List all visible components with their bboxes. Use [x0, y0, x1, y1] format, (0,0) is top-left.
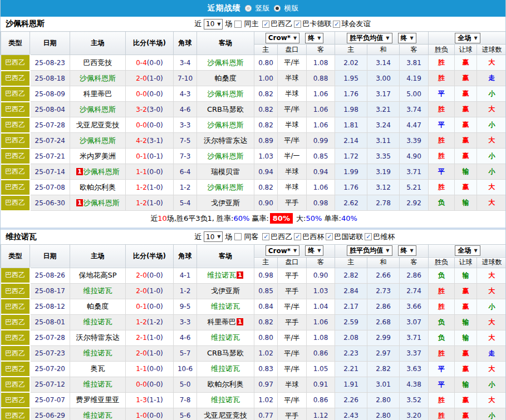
handicap-result: 赢 — [455, 86, 477, 102]
avg-home-odds: 1.99 — [335, 164, 367, 180]
handicap-away-odds: 1.06 — [307, 86, 335, 102]
handicap-result: 输 — [455, 377, 477, 392]
league-badge: 巴西乙 — [1, 361, 30, 377]
goals-result: 小 — [477, 164, 506, 180]
league-badge: 巴西乙 — [1, 299, 30, 314]
summary-part: 60% — [233, 214, 249, 223]
same-venue-checkbox[interactable] — [234, 233, 242, 240]
radio-vertical-label[interactable]: 竖版 — [256, 3, 270, 13]
corner-score: 1-2 — [174, 283, 197, 299]
scope-select[interactable]: 全场▼ — [455, 245, 480, 256]
radio-horizontal-layout[interactable] — [274, 5, 281, 12]
radio-horizontal-label[interactable]: 横版 — [284, 3, 299, 13]
top-bar: 近期战绩 竖版 横版 — [1, 0, 505, 17]
odds-company-select[interactable]: Crow*▼ — [266, 245, 300, 256]
match-date: 25-08-01 — [30, 314, 70, 330]
odds-company-select[interactable]: Crow*▼ — [266, 33, 300, 43]
league-filter[interactable]: ✓巴国诺联 — [326, 232, 363, 242]
handicap-home-odds: 0.80 — [254, 330, 278, 345]
checkbox-checked-icon[interactable]: ✓ — [294, 21, 301, 28]
avg-away-odds: 3.81 — [400, 55, 429, 71]
halftime-score: (1-2) — [147, 318, 163, 326]
checkbox-checked-icon[interactable]: ✓ — [262, 21, 269, 28]
league-badge: 巴西乙 — [1, 345, 30, 361]
goals-result: 小 — [477, 408, 506, 420]
handicap-line: 平手 — [278, 195, 307, 211]
halftime-score: (1-0) — [147, 349, 163, 357]
goals-result: 小 — [477, 149, 506, 164]
same-venue-label[interactable]: 同主 — [244, 19, 258, 29]
league-filter[interactable]: ✓巴西乙 — [262, 232, 292, 242]
checkbox-checked-icon[interactable]: ✓ — [262, 233, 269, 240]
sub-col-avg-home: 主 — [335, 45, 367, 55]
scope-select[interactable]: 全场▼ — [455, 33, 480, 43]
halftime-score: (0-0) — [147, 59, 163, 67]
avg-odds-select[interactable]: 胜平负均值▼ — [347, 33, 392, 43]
league-filter[interactable]: ✓巴西乙 — [262, 19, 292, 29]
match-row: 巴西乙25-08-12帕桑度0-1(0-0)9-5维拉诺瓦0.84平/半1.04… — [1, 299, 506, 314]
avg-final-select[interactable]: 终▼ — [398, 245, 416, 256]
same-venue-checkbox[interactable] — [234, 21, 242, 28]
sub-col-handicap: 盘口 — [278, 45, 307, 55]
home-team-name: 沃尔特雷东达 — [76, 333, 120, 342]
page-title: 近期战绩 — [208, 3, 241, 13]
fulltime-score: 3-2 — [136, 106, 147, 113]
match-date: 25-07-07 — [30, 392, 70, 408]
match-home-team: 巴西竞技 — [70, 55, 126, 71]
avg-away-odds: 3.07 — [400, 314, 429, 330]
league-filter-label: 巴维杯 — [373, 232, 395, 242]
handicap-home-odds: 0.98 — [254, 268, 278, 283]
away-team-name: 维拉诺瓦 — [211, 364, 240, 373]
sub-col-goals-result: 进球数 — [477, 45, 506, 55]
radio-vertical-layout[interactable] — [245, 5, 252, 12]
match-away-team: 戈伊亚斯 — [197, 195, 254, 211]
games-count-select[interactable]: 10 ▼ — [204, 19, 223, 29]
corner-score: 7-10 — [174, 71, 197, 86]
avg-draw-odds: 3.21 — [367, 102, 400, 117]
checkbox-checked-icon[interactable]: ✓ — [294, 233, 301, 240]
goals-result: 大 — [477, 268, 506, 283]
corner-score: 5-0 — [174, 377, 197, 392]
avg-odds-select[interactable]: 胜平负均值▼ — [347, 245, 392, 256]
away-team-name: 戈伊亚斯 — [211, 199, 240, 207]
match-row: 巴西乙25-08-17维拉诺瓦2-0(1-0)1-2戈伊亚斯0.85平手1.03… — [1, 283, 506, 299]
match-away-team: 沙佩科恩斯 — [197, 149, 254, 164]
same-venue-label[interactable]: 同客 — [244, 232, 258, 242]
outcome-result: 胜 — [429, 180, 455, 195]
avg-final-select[interactable]: 终▼ — [398, 33, 416, 43]
league-filter[interactable]: ✓巴西杯 — [294, 232, 324, 242]
halftime-score: (0-0) — [147, 303, 163, 310]
league-filter[interactable]: ✓巴维杯 — [365, 232, 395, 242]
match-away-team: 帕桑度 — [197, 71, 254, 86]
odds-final-select[interactable]: 终▼ — [305, 245, 323, 256]
odds-final-select[interactable]: 终▼ — [305, 33, 323, 43]
league-filter[interactable]: ✓巴卡德联 — [294, 19, 331, 29]
match-date: 25-07-23 — [30, 345, 70, 361]
checkbox-checked-icon[interactable]: ✓ — [326, 233, 333, 240]
summary-part: 大: — [294, 214, 306, 223]
handicap-line: 半/一 — [278, 149, 307, 164]
col-away: 客场 — [197, 32, 254, 55]
chevron-down-icon: ▼ — [474, 36, 477, 41]
match-home-team: 维拉诺瓦 — [70, 345, 126, 361]
sub-col-goals-result: 进球数 — [477, 257, 506, 268]
match-date: 25-07-24 — [30, 133, 70, 149]
checkbox-checked-icon[interactable]: ✓ — [333, 21, 340, 28]
handicap-away-odds: 1.12 — [307, 408, 335, 420]
league-badge: 巴西乙 — [1, 86, 30, 102]
avg-away-odds: 3.52 — [400, 392, 429, 408]
checkbox-checked-icon[interactable]: ✓ — [365, 233, 372, 240]
match-home-team: 维拉诺瓦 — [70, 283, 126, 299]
corner-score: 7-3 — [174, 149, 197, 164]
avg-away-odds: 5.00 — [400, 86, 429, 102]
fulltime-score: 0-4 — [136, 59, 147, 67]
match-row: 巴西乙25-07-28戈亚尼亚竞技0-0(0-0)3-3沙佩科恩斯0.82半球1… — [1, 117, 506, 133]
home-team-name: 维拉诺瓦 — [83, 318, 112, 326]
match-date: 25-08-17 — [30, 283, 70, 299]
handicap-home-odds: 0.82 — [254, 180, 278, 195]
league-filter[interactable]: ✓球会友谊 — [333, 19, 370, 29]
score-cell: 4-2(3-1) — [126, 133, 174, 149]
chevron-down-icon: ▼ — [217, 22, 220, 27]
avg-home-odds: 2.14 — [335, 133, 367, 149]
games-count-select[interactable]: 10 ▼ — [204, 231, 223, 242]
